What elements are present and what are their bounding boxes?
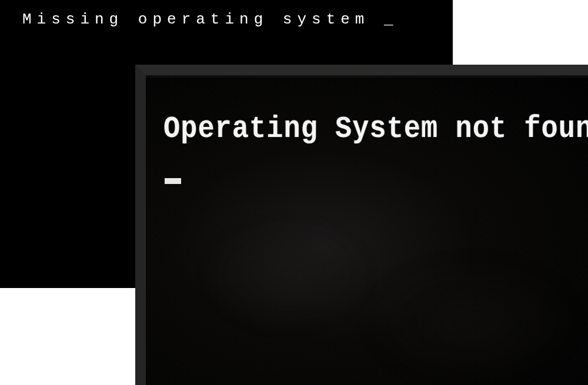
cursor-icon: _ [384, 11, 399, 28]
screen-reflection [369, 263, 575, 381]
cursor-icon [165, 178, 181, 184]
bios-error-text-2: Operating System not found [163, 112, 573, 146]
bios-screen-os-not-found: Operating System not found [135, 65, 588, 385]
screen-reflection [205, 222, 369, 328]
bios-error-text-1: Missing operating system [22, 11, 384, 28]
